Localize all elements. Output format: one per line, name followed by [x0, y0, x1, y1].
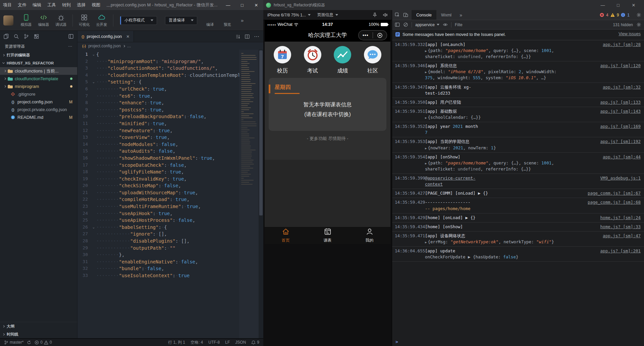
tree-item-.gitignore[interactable]: .gitignore	[0, 90, 77, 98]
toolbar-more-button[interactable]: »	[241, 17, 243, 23]
files-icon[interactable]	[3, 34, 9, 39]
settings-gear-icon[interactable]	[636, 12, 641, 17]
fold-toggle-icon[interactable]	[91, 245, 96, 252]
clear-console-icon[interactable]	[403, 22, 408, 27]
tree-item-miniprogram[interactable]: miniprogram	[0, 83, 77, 90]
fold-toggle-icon[interactable]	[91, 93, 96, 100]
device-select[interactable]: iPhone 6/7/8 75% 1...	[267, 13, 311, 17]
fold-toggle-icon[interactable]	[91, 217, 96, 224]
encoding-setting[interactable]: UTF-8	[208, 340, 220, 345]
notifications-indicator[interactable]: 9	[251, 340, 259, 345]
cursor-position[interactable]: 行 1, 列 1	[168, 340, 185, 345]
scrollbar-thumb[interactable]	[259, 50, 263, 215]
fold-toggle-icon[interactable]	[91, 238, 96, 245]
fold-toggle-icon[interactable]	[91, 155, 96, 162]
problems-indicator[interactable]: 0 0	[35, 340, 52, 345]
menu-item-文件[interactable]: 文件	[15, 0, 30, 10]
minimap[interactable]	[239, 50, 259, 338]
app-tab-首页[interactable]: 首页	[265, 227, 307, 244]
toolbar-button-调试器[interactable]: 调试器	[52, 14, 70, 27]
inspect-element-icon[interactable]	[395, 12, 400, 17]
log-source-link[interactable]: app.js? [sm]:133	[560, 99, 641, 105]
fold-toggle-icon[interactable]	[91, 251, 96, 258]
expand-arrow-icon[interactable]: ▶	[425, 49, 427, 53]
git-branch-indicator[interactable]: master*	[4, 340, 23, 345]
search-icon[interactable]	[13, 34, 19, 39]
tree-item-cloudfunctions[interactable]: cloudfunctions | 当前...	[0, 67, 77, 75]
fold-toggle-icon[interactable]	[91, 99, 96, 106]
console-sidebar-icon[interactable]	[395, 22, 400, 27]
issue-badges[interactable]: 4 9 1	[600, 13, 630, 17]
log-source-link[interactable]: app.js? [sm]:32	[560, 84, 641, 90]
fold-toggle-icon[interactable]	[91, 65, 96, 72]
console-prompt[interactable]: >	[392, 338, 644, 346]
device-toolbar-icon[interactable]	[403, 12, 408, 17]
fold-toggle-icon[interactable]	[91, 182, 96, 189]
close-button[interactable]: ✕	[626, 0, 641, 10]
app-grid-item-社区[interactable]: 社区	[364, 46, 382, 75]
editor-scrollbar[interactable]	[259, 50, 263, 338]
app-grid-item-校历[interactable]: 7校历	[273, 46, 291, 75]
console-settings-gear-icon[interactable]	[636, 22, 641, 27]
eol-setting[interactable]: LF	[225, 340, 230, 345]
console-filter-input[interactable]	[455, 22, 471, 27]
log-source-link[interactable]: VM9_asdebug.js:1	[560, 175, 641, 181]
preview-button[interactable]: 预览	[219, 14, 236, 27]
collapse-panel-icon[interactable]	[68, 34, 74, 39]
compile-mode-select[interactable]: 普通编译	[165, 16, 197, 25]
expand-arrow-icon[interactable]: ▶	[425, 162, 427, 165]
log-source-link[interactable]: app.js? [sm]:120	[560, 63, 641, 69]
view-issues-link[interactable]: View issues	[619, 32, 641, 36]
menu-item-选择[interactable]: 选择	[74, 0, 89, 10]
devtools-tab-Wxml[interactable]: Wxml	[436, 10, 456, 20]
log-source-link[interactable]: page_comm.js? [sm]:67	[560, 190, 641, 196]
tree-item-README.md[interactable]: README.mdM	[0, 113, 77, 121]
compile-button[interactable]: 编译	[201, 14, 219, 27]
fold-toggle-icon[interactable]	[91, 141, 96, 148]
compare-changes-icon[interactable]	[235, 34, 240, 39]
speaker-icon[interactable]	[383, 12, 388, 17]
log-source-link[interactable]: app.js? [sm]:201	[560, 248, 641, 254]
log-source-link[interactable]: home.js? [sm]:24	[560, 215, 641, 221]
fold-toggle-icon[interactable]	[91, 258, 96, 265]
expand-arrow-icon[interactable]: ▶	[425, 116, 427, 119]
log-source-link[interactable]: page_comm.js? [sm]:68	[560, 199, 641, 205]
fold-toggle-icon[interactable]	[91, 196, 96, 203]
expand-arrow-icon[interactable]: ▶	[425, 70, 427, 74]
fold-toggle-icon[interactable]	[91, 113, 96, 120]
log-source-link[interactable]: app.js? [sm]:169	[560, 123, 641, 130]
project-root-section[interactable]: HRBUST_XG_REFACTOR	[0, 59, 77, 67]
tree-item-project.config.json[interactable]: {}project.config.jsonM	[0, 98, 77, 106]
minimize-button[interactable]: —	[595, 0, 610, 10]
fold-toggle-icon[interactable]	[91, 168, 96, 176]
fold-toggle-icon[interactable]	[91, 58, 96, 65]
capsule-close-icon[interactable]	[373, 33, 387, 38]
pin-icon[interactable]	[372, 12, 377, 17]
split-editor-icon[interactable]	[245, 34, 250, 39]
tree-item-cloudfunctionTemplate[interactable]: cloudfunctionTemplate	[0, 75, 77, 83]
outline-section[interactable]: 大纲	[0, 322, 77, 330]
devtools-tab-Console[interactable]: Console	[412, 10, 436, 20]
language-mode[interactable]: JSON	[235, 340, 246, 345]
log-source-link[interactable]: home.js? [sm]:33	[560, 224, 641, 230]
expand-arrow-icon[interactable]: ▶	[425, 147, 427, 150]
maximize-button[interactable]: □	[610, 0, 626, 10]
menu-item-项目[interactable]: 项目	[0, 0, 15, 10]
mode-select[interactable]: 小程序模式	[120, 16, 157, 25]
explorer-more-button[interactable]: ⋯	[68, 44, 72, 49]
code-editor[interactable]: 1⌄{2····"miniprogramRoot":·"miniprogram/…	[77, 50, 263, 338]
fold-toggle-icon[interactable]	[91, 203, 96, 210]
fold-toggle-icon[interactable]	[91, 86, 96, 93]
fold-toggle-icon[interactable]	[91, 210, 96, 217]
menu-item-转到[interactable]: 转到	[59, 0, 74, 10]
app-grid-item-考试[interactable]: 考试	[304, 46, 322, 75]
page-info-select[interactable]: 页面信息	[317, 12, 338, 18]
eye-icon[interactable]	[443, 22, 448, 27]
fold-toggle-icon[interactable]	[91, 162, 96, 169]
maximize-button[interactable]: □	[235, 0, 249, 10]
more-tabs-button[interactable]: »	[460, 12, 462, 18]
tab-close-button[interactable]: ✕	[126, 34, 129, 39]
expand-arrow-icon[interactable]: ▶	[425, 241, 427, 244]
menu-item-编辑[interactable]: 编辑	[30, 0, 44, 10]
source-control-icon[interactable]	[23, 34, 29, 39]
